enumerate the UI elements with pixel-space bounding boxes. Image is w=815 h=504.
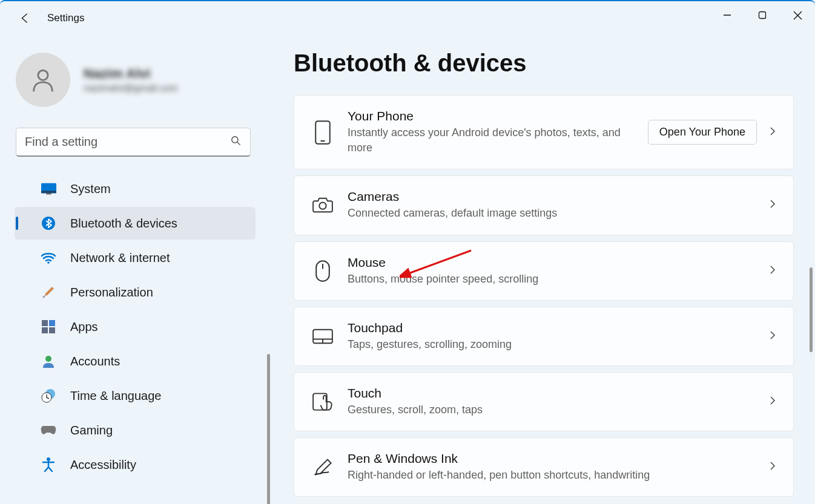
sidebar-item-bluetooth-devices[interactable]: Bluetooth & devices	[15, 207, 256, 240]
svg-rect-8	[41, 191, 56, 193]
main-content: Bluetooth & devices Your Phone Instantly…	[294, 50, 794, 503]
card-title: Touchpad	[348, 321, 768, 335]
search-input[interactable]	[25, 135, 230, 149]
card-touchpad[interactable]: Touchpad Taps, gestures, scrolling, zoom…	[294, 307, 794, 366]
chevron-right-icon	[768, 396, 777, 408]
sidebar-item-time-language[interactable]: Time & language	[15, 379, 256, 412]
chevron-right-icon	[768, 199, 777, 211]
sidebar-item-label: Bluetooth & devices	[70, 217, 177, 231]
sidebar-item-accounts[interactable]: Accounts	[15, 345, 256, 378]
accessibility-icon	[40, 456, 57, 473]
sidebar-item-label: Personalization	[70, 286, 153, 299]
sidebar-item-label: Gaming	[70, 424, 113, 437]
card-text: Pen & Windows Ink Right-handed or left-h…	[348, 451, 768, 483]
card-touch[interactable]: Touch Gestures, scroll, zoom, taps	[294, 372, 794, 431]
sidebar-item-personalization[interactable]: Personalization	[15, 276, 256, 309]
sidebar-item-gaming[interactable]: Gaming	[15, 414, 256, 447]
user-name: Nazim Alvi	[84, 66, 178, 82]
sidebar-item-system[interactable]: System	[15, 172, 256, 205]
card-subtitle: Gestures, scroll, zoom, taps	[348, 402, 768, 417]
card-text: Touch Gestures, scroll, zoom, taps	[348, 386, 768, 417]
sidebar-item-label: System	[70, 182, 111, 196]
sidebar-item-label: Accessibility	[70, 458, 136, 472]
svg-point-19	[47, 457, 50, 461]
nav-list: System Bluetooth & devices Network & int…	[0, 172, 266, 481]
sidebar-item-label: Apps	[70, 320, 98, 334]
person-icon	[40, 353, 57, 370]
clock-icon	[40, 387, 57, 404]
card-cameras[interactable]: Cameras Connected cameras, default image…	[294, 175, 794, 235]
svg-rect-9	[46, 193, 51, 194]
card-your-phone[interactable]: Your Phone Instantly access your Android…	[294, 95, 794, 169]
bluetooth-icon	[40, 215, 57, 232]
search-box[interactable]	[16, 128, 251, 157]
svg-point-22	[319, 203, 326, 209]
card-pen-windows-ink[interactable]: Pen & Windows Ink Right-handed or left-h…	[294, 437, 794, 497]
phone-icon	[310, 120, 335, 145]
apps-icon	[40, 318, 57, 335]
touch-icon	[310, 389, 335, 414]
camera-icon	[310, 192, 335, 218]
sidebar-item-apps[interactable]: Apps	[15, 310, 256, 343]
card-text: Your Phone Instantly access your Android…	[348, 109, 648, 155]
user-account-button[interactable]: Nazim Alvi nazimalvi@gmail.com	[0, 44, 266, 113]
chevron-right-icon	[768, 330, 777, 342]
gamepad-icon	[40, 422, 57, 439]
card-text: Cameras Connected cameras, default image…	[348, 189, 768, 221]
chevron-right-icon	[768, 265, 777, 277]
chevron-right-icon	[768, 461, 777, 473]
sidebar-item-accessibility[interactable]: Accessibility	[15, 448, 256, 481]
card-subtitle: Connected cameras, default image setting…	[348, 206, 768, 221]
card-title: Cameras	[348, 189, 768, 204]
svg-rect-1	[759, 12, 766, 19]
card-title: Pen & Windows Ink	[348, 451, 768, 466]
sidebar-item-label: Network & internet	[70, 251, 170, 265]
sidebar-scrollbar[interactable]	[267, 354, 270, 504]
svg-rect-14	[42, 327, 48, 333]
card-title: Mouse	[348, 255, 768, 270]
main-scrollbar[interactable]	[810, 267, 813, 352]
brush-icon	[40, 284, 57, 301]
user-email: nazimalvi@gmail.com	[84, 83, 178, 94]
minimize-button[interactable]	[710, 1, 745, 29]
sidebar-item-label: Accounts	[70, 355, 120, 368]
svg-line-6	[237, 142, 240, 145]
card-text: Touchpad Taps, gestures, scrolling, zoom…	[348, 321, 768, 352]
card-title: Touch	[348, 386, 768, 401]
svg-point-16	[45, 356, 51, 362]
card-subtitle: Right-handed or left-handed, pen button …	[348, 468, 768, 483]
close-button[interactable]	[780, 1, 815, 29]
page-title: Bluetooth & devices	[294, 50, 794, 77]
svg-point-5	[232, 137, 238, 143]
svg-rect-12	[42, 320, 48, 326]
chevron-right-icon	[768, 126, 777, 139]
app-title: Settings	[47, 12, 84, 24]
search-icon	[230, 135, 242, 149]
window-controls	[710, 1, 815, 29]
pen-icon	[310, 454, 335, 480]
user-info: Nazim Alvi nazimalvi@gmail.com	[84, 66, 178, 94]
sidebar: Nazim Alvi nazimalvi@gmail.com System Bl…	[0, 44, 266, 504]
svg-point-4	[38, 70, 48, 80]
titlebar: Settings	[0, 1, 815, 35]
sidebar-item-label: Time & language	[70, 389, 161, 403]
back-button[interactable]	[16, 9, 34, 27]
svg-point-11	[47, 261, 50, 264]
mouse-icon	[310, 258, 335, 284]
monitor-icon	[40, 180, 57, 197]
maximize-button[interactable]	[745, 1, 780, 29]
svg-rect-13	[49, 320, 55, 326]
card-subtitle: Instantly access your Android device's p…	[348, 125, 648, 155]
card-subtitle: Buttons, mouse pointer speed, scrolling	[348, 272, 768, 287]
card-subtitle: Taps, gestures, scrolling, zooming	[348, 337, 768, 352]
avatar	[16, 53, 70, 107]
card-title: Your Phone	[348, 109, 648, 123]
touchpad-icon	[310, 324, 335, 349]
card-text: Mouse Buttons, mouse pointer speed, scro…	[348, 255, 768, 287]
sidebar-item-network[interactable]: Network & internet	[15, 241, 256, 274]
wifi-icon	[40, 249, 57, 266]
svg-rect-15	[49, 327, 55, 333]
card-mouse[interactable]: Mouse Buttons, mouse pointer speed, scro…	[294, 241, 794, 301]
open-your-phone-button[interactable]: Open Your Phone	[648, 120, 757, 145]
